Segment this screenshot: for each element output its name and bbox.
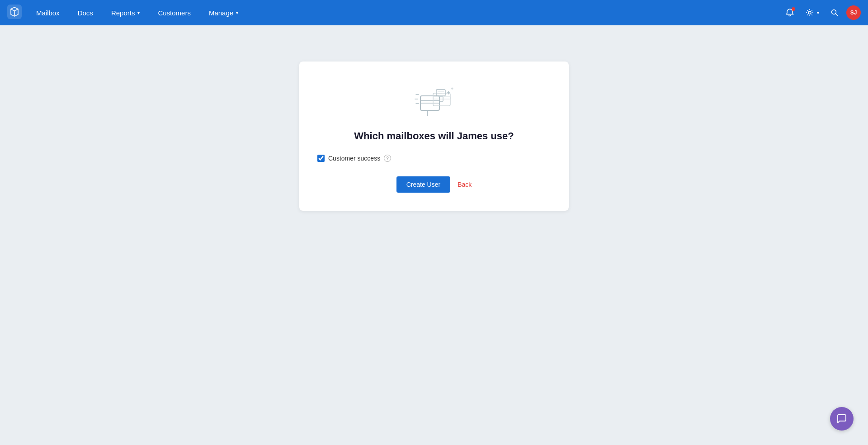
reports-chevron-icon: ▾ — [137, 10, 140, 15]
nav-manage[interactable]: Manage ▾ — [200, 0, 247, 25]
back-button[interactable]: Back — [458, 181, 472, 188]
create-user-button[interactable]: Create User — [396, 176, 450, 193]
chat-button[interactable] — [830, 407, 854, 431]
svg-rect-6 — [420, 100, 439, 103]
svg-point-2 — [808, 11, 811, 14]
settings-chevron-icon: ▾ — [817, 10, 819, 15]
nav-items: Mailbox Docs Reports ▾ Customers Manage … — [27, 0, 782, 25]
settings-button[interactable]: ▾ — [802, 6, 823, 19]
mailbox-option-row: Customer success ? — [317, 155, 551, 162]
mailbox-selection-card: Which mailboxes will James use? Customer… — [299, 62, 569, 211]
card-title: Which mailboxes will James use? — [354, 130, 514, 142]
user-avatar[interactable]: SJ — [846, 5, 861, 20]
help-icon[interactable]: ? — [384, 155, 391, 162]
search-button[interactable] — [826, 5, 843, 21]
nav-docs[interactable]: Docs — [69, 0, 102, 25]
customer-success-checkbox[interactable] — [317, 155, 325, 162]
nav-mailbox[interactable]: Mailbox — [27, 0, 69, 25]
nav-reports[interactable]: Reports ▾ — [102, 0, 149, 25]
logo[interactable] — [7, 5, 27, 21]
nav-right: ▾ SJ — [782, 5, 861, 21]
mailbox-illustration — [411, 83, 457, 119]
notification-dot — [792, 7, 795, 11]
main-content: Which mailboxes will James use? Customer… — [0, 25, 868, 445]
svg-rect-10 — [433, 93, 450, 106]
svg-line-4 — [836, 14, 838, 16]
nav-customers[interactable]: Customers — [149, 0, 200, 25]
svg-rect-12 — [436, 90, 445, 96]
manage-chevron-icon: ▾ — [236, 10, 238, 15]
customer-success-label: Customer success — [328, 155, 380, 162]
card-actions: Create User Back — [396, 176, 472, 193]
notifications-button[interactable] — [782, 5, 798, 21]
navigation: Mailbox Docs Reports ▾ Customers Manage … — [0, 0, 868, 25]
